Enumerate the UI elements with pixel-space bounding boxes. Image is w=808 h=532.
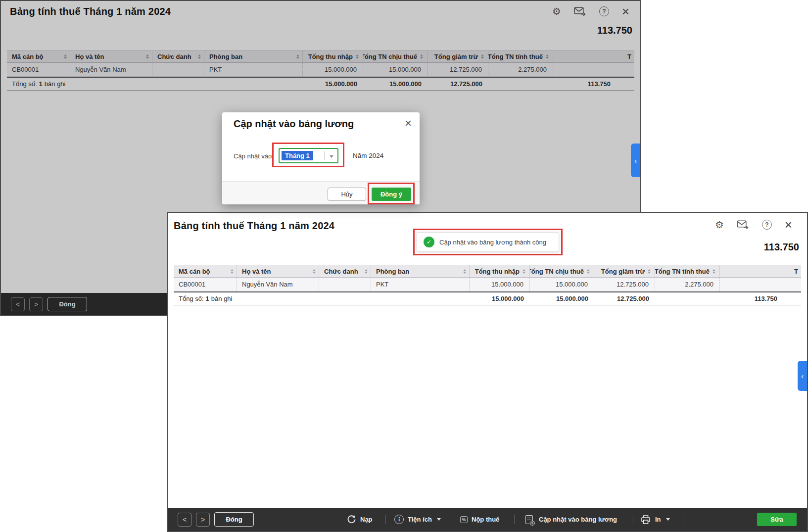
caret-down-icon (666, 518, 670, 521)
select-caret-icon (330, 155, 333, 158)
toolbar-separator (514, 515, 515, 524)
edit-button[interactable]: Sửa (757, 513, 797, 526)
utilities-button[interactable]: ⋮ Tiện ích (394, 508, 441, 531)
footer-total: 15.000.000 (470, 292, 530, 305)
total-tax-amount: 113.750 (764, 242, 799, 253)
col-header-ma-can-bo[interactable]: Mã cán bộ (174, 265, 237, 277)
nav-back-button[interactable]: < (178, 513, 191, 527)
col-header-tong-tn-tinh-thue[interactable]: Tổng TN tính thuế (655, 265, 720, 277)
send-mail-icon[interactable] (737, 220, 749, 229)
sort-icon (713, 269, 715, 274)
confirm-button[interactable]: Đồng ý (372, 188, 411, 201)
caret-down-icon (437, 518, 441, 521)
record-count: Tổng số:1bản ghi (174, 292, 470, 305)
sort-icon (523, 269, 525, 274)
page-title: Bảng tính thuế Tháng 1 năm 2024 (174, 220, 334, 232)
toolbar-separator (385, 515, 386, 524)
dialog-title: Cập nhật vào bảng lương (234, 118, 354, 130)
percent-icon: % (460, 516, 468, 523)
reload-button[interactable]: Nạp (347, 508, 373, 531)
col-header-tong-tn-chiu-thue[interactable]: Tổng TN chịu thuế (530, 265, 594, 277)
table-header-row: Mã cán bộ Họ và tên Chức danh Phòng ban … (174, 265, 801, 278)
tax-table: Mã cán bộ Họ và tên Chức danh Phòng ban … (174, 265, 801, 305)
toast-message: Cập nhật vào bảng lương thành công (439, 239, 546, 246)
table-summary-row: Tổng số:1bản ghi 15.000.000 15.000.000 1… (174, 291, 801, 305)
close-icon[interactable]: × (785, 220, 792, 230)
settings-icon[interactable]: ⚙ (715, 219, 724, 230)
year-label: Năm 2024 (353, 152, 383, 159)
side-panel-tab[interactable]: ‹ (631, 144, 640, 177)
month-select-value: Tháng 1 (282, 151, 313, 160)
dialog-close-icon[interactable]: × (405, 116, 412, 130)
bottom-toolbar: < > Đóng Nạp ⋮ Tiện ích % Nộp thuế $ (168, 508, 807, 531)
payroll-document-icon: $ (525, 515, 533, 524)
col-header-clipped[interactable]: T (720, 265, 801, 277)
col-header-ho-va-ten[interactable]: Họ và tên (237, 265, 319, 277)
panel-chevron-icon: ‹ (801, 372, 804, 380)
col-header-tong-thu-nhap[interactable]: Tổng thu nhập (470, 265, 530, 277)
utilities-icon: ⋮ (394, 515, 404, 524)
update-payroll-dialog: Cập nhật vào bảng lương × Cập nhật vào T… (222, 112, 420, 204)
col-header-tong-giam-tru[interactable]: Tổng giảm trừ (594, 265, 655, 277)
col-header-phong-ban[interactable]: Phòng ban (371, 265, 470, 277)
sort-icon (648, 269, 651, 274)
sort-icon (365, 269, 368, 274)
field-label: Cập nhật vào (234, 152, 272, 160)
chevron-right-icon: > (201, 516, 205, 524)
print-button[interactable]: In (640, 508, 670, 531)
panel-chevron-icon: ‹ (634, 156, 637, 165)
close-button[interactable]: Đóng (214, 512, 254, 527)
annotation-box-toast: ✓ Cập nhật vào bảng lương thành công (413, 229, 563, 255)
chevron-left-icon: < (183, 516, 187, 524)
toolbar-separator (633, 515, 633, 524)
toolbar-separator (684, 515, 684, 524)
reload-icon (347, 515, 356, 524)
help-icon[interactable]: ? (762, 220, 772, 230)
footer-total: 113.750 (720, 292, 801, 305)
success-check-icon: ✓ (424, 237, 434, 247)
printer-icon (640, 515, 651, 525)
pay-tax-button[interactable]: % Nộp thuế (460, 508, 499, 531)
window-tax-table-front: Bảng tính thuế Tháng 1 năm 2024 ⚙ ? × ✓ … (167, 212, 808, 532)
sort-icon (313, 269, 316, 274)
sort-icon (463, 269, 466, 274)
footer-total: 15.000.000 (530, 292, 594, 305)
month-select[interactable]: Tháng 1 (279, 148, 338, 163)
success-toast: ✓ Cập nhật vào bảng lương thành công (417, 232, 559, 252)
footer-total-empty (655, 292, 720, 305)
update-payroll-button[interactable]: $ Cập nhật vào bảng lương (525, 508, 617, 531)
side-panel-tab[interactable]: ‹ (798, 361, 807, 391)
cancel-button[interactable]: Hủy (328, 188, 366, 201)
sort-icon (231, 269, 234, 274)
nav-forward-button[interactable]: > (196, 513, 210, 527)
footer-total: 12.725.000 (594, 292, 655, 305)
table-row[interactable]: CB00001 Nguyễn Văn Nam PKT 15.000.000 15… (174, 278, 801, 291)
col-header-chuc-danh[interactable]: Chức danh (319, 265, 371, 277)
sort-icon (587, 269, 590, 274)
